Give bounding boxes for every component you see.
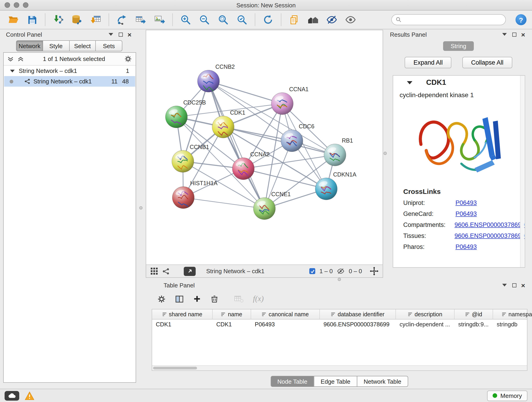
network-node-cdkn1a[interactable]: CDKN1A [315,171,356,200]
cell-namespace[interactable]: stringdb [493,321,532,327]
control-panel-float-icon[interactable] [119,32,123,36]
network-label: String Network – cdk1 [33,78,92,85]
right-splitter-handle[interactable] [384,152,387,155]
network-edge[interactable] [209,81,264,209]
scrollbar-thumb[interactable] [153,367,197,370]
network-node-cdc6[interactable]: CDC6 [281,123,314,152]
arrow-up-right-icon [187,268,193,274]
cloud-sync-button[interactable] [5,391,19,400]
network-node-rb1[interactable]: RB1 [324,137,353,166]
table-horizontal-scrollbar[interactable] [152,365,527,370]
network-node-ccne1[interactable]: CCNE1 [253,191,291,220]
column-header-name[interactable]: name [213,309,251,319]
hide-selected-button[interactable] [324,12,340,27]
network-edge[interactable] [209,81,282,104]
search-box[interactable] [391,14,506,25]
cell-description[interactable]: cyclin-dependent ... [396,321,455,327]
tab-node-table[interactable]: Node Table [270,376,314,387]
show-all-button[interactable] [343,12,358,27]
column-header-id[interactable]: @id [455,309,493,319]
column-header-shared-name[interactable]: shared name [152,309,213,319]
table-settings-gear-icon[interactable] [157,294,166,303]
column-header-canonical-name[interactable]: canonical name [251,309,320,319]
network-node-ccna1[interactable]: CCNA1 [271,86,309,115]
apply-layout-button[interactable] [260,12,276,27]
tab-network-table[interactable]: Network Table [357,376,408,387]
table-row[interactable]: CDK1 CDK1 P06493 9606.ENSP00000378699 cy… [152,319,527,329]
memory-button[interactable]: Memory [487,390,527,401]
view-share-icon[interactable] [162,268,170,275]
search-input[interactable] [404,16,502,23]
new-network-from-selection-button[interactable] [114,12,130,27]
results-scrollbar[interactable] [520,76,524,267]
cell-name[interactable]: CDK1 [213,321,251,327]
zoom-out-button[interactable] [196,12,212,27]
crosslink-pharos-link[interactable]: P06493 [456,243,477,250]
show-columns-icon[interactable] [175,294,184,303]
network-collection-row[interactable]: String Network – cdk1 1 [4,65,136,76]
export-image-button[interactable] [152,12,167,27]
tab-network[interactable]: Network [16,40,43,51]
search-icon [395,17,402,23]
gene-card-header[interactable]: CDK1 [393,76,525,89]
cell-canonical-name[interactable]: P06493 [251,321,320,327]
expand-all-tree-icon[interactable] [7,56,14,62]
open-session-button[interactable] [6,12,21,27]
cell-database-identifier[interactable]: 9606.ENSP00000378699 [320,321,396,327]
zoom-in-button[interactable] [178,12,193,27]
fit-crosshair-icon[interactable] [370,267,379,275]
results-panel-menu-icon[interactable] [502,33,507,36]
warnings-button[interactable] [25,391,34,400]
table-panel-menu-icon[interactable] [502,284,507,287]
import-network-database-button[interactable] [69,12,85,27]
collapse-all-button[interactable]: Collapse All [462,57,512,68]
crosslink-genecard-link[interactable]: P06493 [456,211,477,217]
crosslink-tissues-link[interactable]: 9606.ENSP00000378699 [455,232,525,239]
delete-trash-icon[interactable] [210,295,219,303]
network-row-selected[interactable]: String Network – cdk1 11 48 [4,76,135,87]
import-table-file-button[interactable] [88,12,104,27]
tab-edge-table[interactable]: Edge Table [314,376,357,387]
tab-style[interactable]: Style [43,40,70,51]
gene-collapse-caret-icon[interactable] [407,81,412,84]
help-button[interactable]: ? [515,14,526,25]
home-button[interactable] [305,12,321,27]
string-tab-badge[interactable]: String [443,41,474,51]
expand-all-button[interactable]: Expand All [405,57,452,68]
cell-shared-name[interactable]: CDK1 [152,321,213,327]
selected-checkbox-icon[interactable] [309,268,315,274]
control-panel-menu-icon[interactable] [109,33,113,36]
zoom-selected-button[interactable] [234,12,250,27]
tab-sets[interactable]: Sets [95,40,123,51]
add-column-plus-icon[interactable] [193,295,201,303]
bottom-splitter-handle[interactable] [338,278,341,281]
zoom-fit-button[interactable] [215,12,231,27]
network-node-cdk1[interactable]: CDK1 [212,109,245,138]
view-grid-icon[interactable] [150,267,158,275]
results-panel-float-icon[interactable] [512,32,516,36]
column-header-namespace[interactable]: namespac [493,309,532,319]
collection-caret-icon[interactable] [10,70,15,72]
import-network-file-button[interactable] [51,12,66,27]
tab-select[interactable]: Select [69,40,96,51]
network-options-gear-icon[interactable] [124,55,132,63]
network-node-hist1h1a[interactable]: HIST1H1A [172,180,218,209]
network-node-ccnb1[interactable]: CCNB1 [172,144,209,172]
save-session-button[interactable] [24,12,40,27]
documentation-button[interactable] [286,12,302,27]
control-panel-close-icon[interactable]: × [127,31,132,38]
column-header-description[interactable]: description [396,309,455,319]
column-header-database-identifier[interactable]: database identifier [320,309,396,319]
results-panel-close-icon[interactable]: × [521,31,525,38]
left-splitter-handle[interactable] [139,206,143,210]
crosslink-uniprot-link[interactable]: P06493 [456,199,477,206]
network-canvas[interactable]: CCNB2CCNA1CDC25BCDK1CDC6RB1CCNB1CCNA2CDK… [146,30,383,264]
network-edge[interactable] [183,198,264,209]
collapse-all-tree-icon[interactable] [17,56,24,62]
crosslink-compartments-link[interactable]: 9606.ENSP00000378699 [455,221,525,228]
export-view-button[interactable] [184,267,196,276]
export-table-button[interactable] [133,12,148,27]
cell-id[interactable]: stringdb:9... [455,321,493,327]
table-panel-close-icon[interactable]: × [521,282,525,288]
table-panel-float-icon[interactable] [512,283,516,287]
